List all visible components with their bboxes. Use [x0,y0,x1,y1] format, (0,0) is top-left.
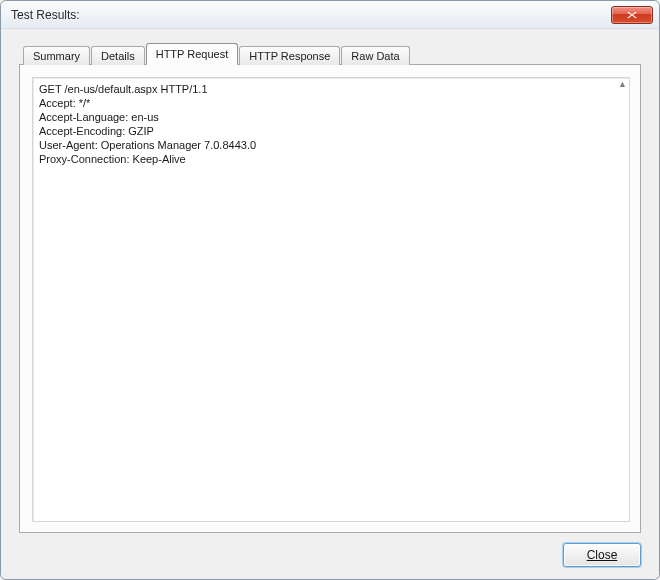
tab-http-response[interactable]: HTTP Response [239,46,340,65]
tab-panel: GET /en-us/default.aspx HTTP/1.1 Accept:… [19,64,641,533]
tab-details[interactable]: Details [91,46,145,65]
window-close-button[interactable] [611,6,653,24]
http-request-textarea[interactable]: GET /en-us/default.aspx HTTP/1.1 Accept:… [32,77,630,522]
tabstrip: Summary Details HTTP Request HTTP Respon… [19,43,641,64]
window-title: Test Results: [11,8,611,22]
tab-summary[interactable]: Summary [23,46,90,65]
titlebar[interactable]: Test Results: [1,1,659,29]
dialog-footer: Close [19,533,641,567]
http-request-content: GET /en-us/default.aspx HTTP/1.1 Accept:… [39,82,611,166]
close-button[interactable]: Close [563,543,641,567]
close-icon [627,11,637,19]
tab-http-request[interactable]: HTTP Request [146,43,239,64]
scroll-up-icon[interactable]: ▲ [618,80,626,88]
tab-raw-data[interactable]: Raw Data [341,46,409,65]
client-area: Summary Details HTTP Request HTTP Respon… [1,29,659,579]
dialog-window: Test Results: Summary Details HTTP Reque… [0,0,660,580]
